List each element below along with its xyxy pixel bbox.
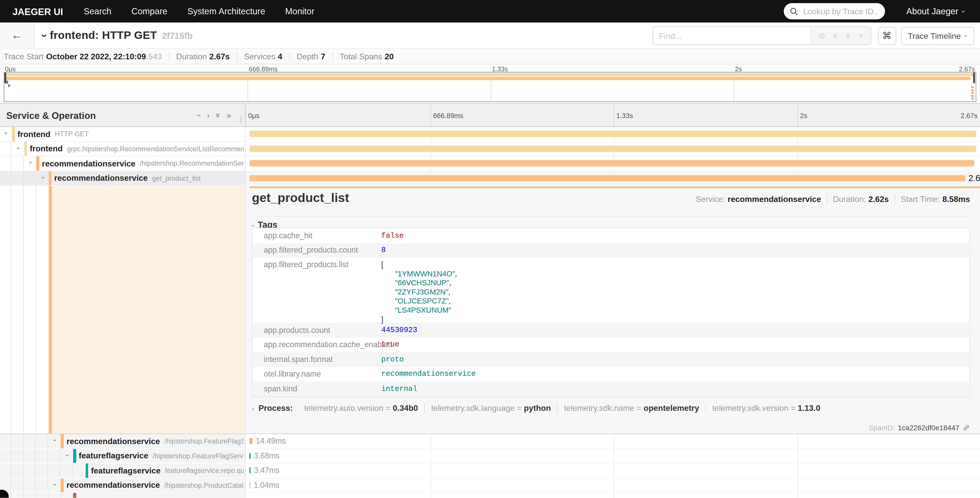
process-key: telemetry.sdk.name [564, 404, 634, 413]
view-range-end-handle[interactable] [973, 73, 975, 83]
span-color-strip [49, 186, 52, 434]
span-color-strip [49, 171, 51, 185]
span-row[interactable]: ›recommendationserviceget_product_list2.… [0, 171, 980, 185]
indent-guide [23, 478, 24, 492]
indent-guide [23, 493, 24, 498]
summary-stat: Total Spans20 [332, 52, 401, 61]
tag-key: internal.span.format [252, 352, 379, 367]
span-meta: Service:recommendationserviceDuration:2.… [690, 195, 970, 204]
nav-brand[interactable]: JAEGER UI [13, 6, 63, 17]
minimap-span-bar [971, 89, 974, 91]
list-item: "1YMWWN1N4O", [381, 269, 457, 278]
span-operation: /hipstershop.RecommendationService/Lis..… [140, 160, 244, 167]
minimap-ticks: 0μs666.89ms1.33s2s2.67s [0, 64, 980, 72]
tag-key: span.kind [252, 381, 379, 396]
span-row[interactable]: ›recommendationservice/hipstershop.Recom… [0, 156, 980, 171]
collapse-controls: › › » » [198, 111, 231, 119]
expand-one-icon[interactable]: › [207, 111, 210, 119]
nav-item-search[interactable]: Search [84, 6, 111, 16]
chevron-down-icon: › [250, 225, 256, 227]
chevron-down-icon[interactable]: › [27, 162, 33, 164]
span-operation: grpc.hipstershop.RecommendationService/L… [67, 145, 244, 152]
tag-value: 44530923 [379, 322, 969, 337]
tag-key: app.filtered_products.list [252, 258, 379, 322]
span-detail-header: get_product_list Service:recommendations… [252, 191, 970, 205]
span-row[interactable]: featureflagservicefeatureflagservice.rep… [0, 463, 980, 478]
span-duration-bar[interactable] [249, 131, 976, 137]
chevron-down-icon[interactable]: › [52, 439, 58, 442]
span-duration-bar[interactable] [249, 453, 251, 459]
about-jaeger-menu[interactable]: About Jaeger › [906, 6, 965, 16]
span-duration-bar[interactable] [249, 145, 976, 152]
span-name-text: featureflagservice/hipstershop.FeatureFl… [79, 449, 244, 463]
nav-item-compare[interactable]: Compare [131, 6, 167, 16]
summary-stat: Services4 [237, 52, 289, 61]
chevron-down-icon[interactable]: › [40, 176, 46, 179]
nav-item-monitor[interactable]: Monitor [285, 6, 314, 16]
trace-collapse-chevron-icon[interactable]: › [38, 34, 51, 37]
stat-value: 2.67s [210, 52, 230, 61]
search-icon [790, 7, 798, 15]
view-range-start-handle[interactable] [4, 73, 6, 83]
span-row[interactable]: ›frontendHTTP GET [0, 127, 980, 142]
process-section-toggle[interactable]: ›Process:telemetry.auto.version = 0.34b0… [252, 404, 826, 413]
span-row[interactable] [0, 493, 980, 498]
tag-value: ["1YMWWN1N4O","66VCHSJNUP","2ZYFJ3GM2N",… [379, 258, 969, 322]
span-extent-accent-bar [249, 186, 980, 188]
nav-items: SearchCompareSystem ArchitectureMonitor [84, 6, 314, 16]
span-duration-bar[interactable] [249, 160, 974, 166]
prev-result-icon[interactable]: ∧ [833, 31, 838, 40]
timeline-tick-label: 2.67s [961, 112, 977, 120]
keyboard-shortcuts-button[interactable]: ⌘ [878, 27, 896, 45]
expand-all-icon[interactable]: » [227, 111, 231, 119]
back-button[interactable]: ← [0, 22, 35, 48]
collapse-all-icon[interactable]: » [214, 113, 222, 117]
indent-guide [11, 142, 11, 156]
timeline-gridline [431, 104, 431, 126]
trace-view-selector[interactable]: Trace Timeline › [901, 27, 974, 45]
span-color-strip [61, 478, 64, 492]
comma: , [455, 269, 457, 278]
chevron-down-icon[interactable]: › [64, 454, 70, 456]
indent-guide [47, 478, 48, 492]
process-item: telemetry.auto.version = 0.34b0 [298, 404, 424, 413]
trace-lookup-input[interactable] [802, 6, 879, 17]
indent-guide [72, 463, 72, 477]
span-row[interactable]: ›recommendationservice/hipstershop.Produ… [0, 478, 980, 493]
span-row[interactable]: ›featureflagservice/hipstershop.FeatureF… [0, 449, 980, 463]
about-jaeger-label: About Jaeger [906, 6, 958, 16]
chevron-down-icon[interactable]: › [3, 132, 9, 134]
span-duration-bar[interactable] [249, 175, 966, 181]
span-color-strip [85, 463, 88, 477]
span-name-cell: featureflagservicefeatureflagservice.rep… [0, 463, 245, 478]
chevron-down-icon[interactable]: › [15, 147, 21, 149]
span-service-name: frontend [18, 129, 51, 139]
tag-row: internal.span.formatproto [252, 352, 969, 367]
indent-guide [23, 434, 24, 448]
locate-icon[interactable]: ◎ [819, 31, 825, 40]
indent-guide [11, 186, 11, 434]
list-item-string: "2ZYFJ3GM2N" [395, 287, 448, 296]
column-resizer[interactable]: ∥ [239, 116, 242, 124]
minimap-span-bar [971, 92, 974, 94]
clear-find-icon[interactable]: × [858, 31, 863, 40]
find-input[interactable] [653, 27, 810, 45]
process-items: telemetry.auto.version = 0.34b0telemetry… [298, 404, 826, 413]
span-duration-bar[interactable] [249, 438, 253, 444]
span-row[interactable]: ›frontendgrpc.hipstershop.Recommendation… [0, 142, 980, 156]
span-duration-bar[interactable] [249, 467, 251, 474]
minimap-canvas[interactable] [4, 72, 977, 102]
next-result-icon[interactable]: ∨ [845, 31, 851, 40]
nav-item-system-architecture[interactable]: System Architecture [187, 6, 265, 16]
copy-link-icon[interactable] [963, 424, 970, 431]
collapse-one-icon[interactable]: › [196, 114, 204, 117]
tags-table: app.cache_hitfalseapp.filtered_products.… [252, 228, 970, 397]
indent-guide [47, 449, 48, 463]
span-duration-bar[interactable] [249, 482, 251, 488]
find-group: ◎ ∧ ∨ × [652, 26, 871, 45]
span-color-strip [73, 493, 76, 498]
chevron-down-icon[interactable]: › [52, 484, 58, 485]
list-item: "LS4PSXUNUM" [381, 306, 457, 315]
process-label: Process: [259, 404, 293, 413]
span-row[interactable]: ›recommendationservice/hipstershop.Featu… [0, 434, 980, 449]
